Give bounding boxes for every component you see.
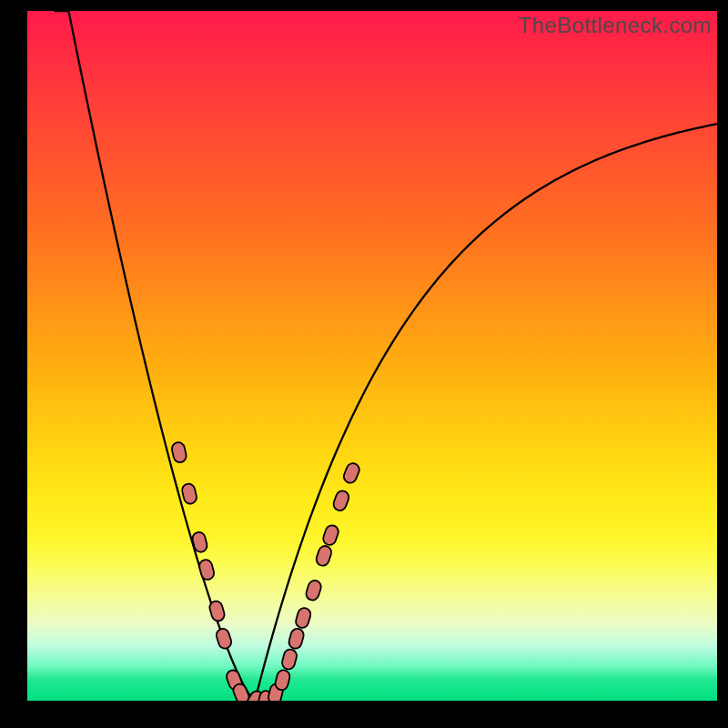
marker-bead (171, 441, 188, 464)
marker-bead (197, 559, 215, 581)
marker-bead (294, 606, 312, 629)
marker-bead (215, 627, 233, 650)
marker-bead (342, 461, 361, 485)
marker-bead (315, 544, 333, 567)
marker-bead (332, 489, 351, 511)
marker-bead (208, 600, 227, 622)
marker-bead (305, 579, 323, 602)
watermark-text: TheBottleneck.com (519, 13, 712, 38)
marker-bead (181, 482, 198, 505)
bottleneck-chart (27, 11, 717, 701)
marker-bead (321, 523, 339, 546)
marker-bead (274, 669, 291, 692)
marker-bead (280, 648, 298, 671)
marker-bead (288, 627, 305, 650)
curve-line (55, 11, 717, 701)
